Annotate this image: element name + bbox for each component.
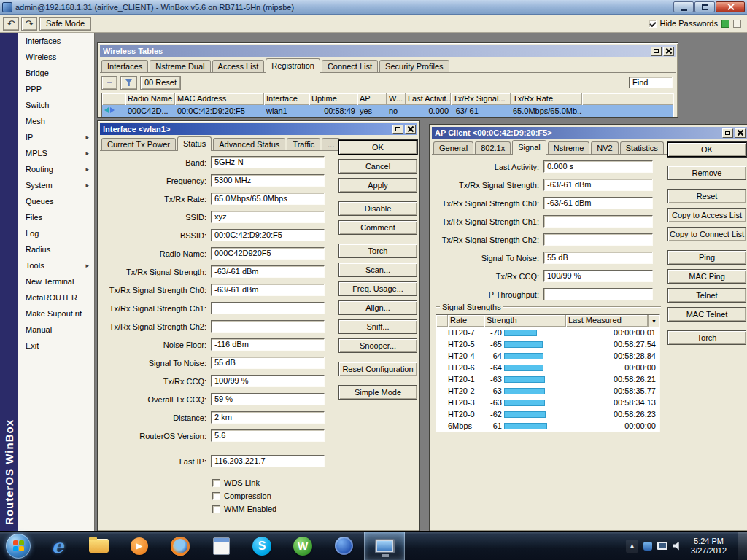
taskbar-clock[interactable]: 5:24 PM 3/27/2012 bbox=[686, 537, 731, 556]
sidebar-item-tools[interactable]: Tools▸ bbox=[18, 257, 94, 273]
close-button[interactable] bbox=[716, 1, 745, 12]
interface-value-noise-floor[interactable]: -116 dBm bbox=[211, 338, 325, 351]
sidebar-item-routing[interactable]: Routing▸ bbox=[18, 161, 94, 177]
wireless-tab-security-profiles[interactable]: Security Profiles bbox=[379, 60, 449, 72]
interface-value-distance[interactable]: 2 km bbox=[211, 411, 325, 424]
hide-passwords-checkbox[interactable] bbox=[649, 20, 657, 28]
interface-tab-traffic[interactable]: Traffic bbox=[287, 138, 320, 150]
registration-row[interactable]: 000C42D...00:0C:42:D9:20:F5wlan100:58:49… bbox=[102, 105, 673, 117]
ap-client-button-mac-telnet[interactable]: MAC Telnet bbox=[667, 307, 746, 322]
wireless-tab-connect-list[interactable]: Connect List bbox=[322, 60, 378, 72]
find-input[interactable]: Find bbox=[629, 77, 673, 88]
ap-client-tab-statistics[interactable]: Statistics bbox=[620, 141, 664, 154]
sidebar-item-switch[interactable]: Switch bbox=[18, 97, 94, 113]
ap-client-button-torch[interactable]: Torch bbox=[667, 330, 746, 345]
sidebar-item-mesh[interactable]: Mesh bbox=[18, 113, 94, 129]
checkbox-wmm-enabled[interactable]: WMM Enabled bbox=[212, 502, 336, 516]
interface-value-ssid[interactable]: xyz bbox=[211, 211, 325, 223]
sidebar-item-exit[interactable]: Exit bbox=[18, 338, 94, 354]
interface-value-band[interactable]: 5GHz-N bbox=[211, 156, 325, 168]
ap-client-button-ok[interactable]: OK bbox=[667, 142, 746, 157]
ap-client-titlebar[interactable]: AP Client <00:0C:42:D9:20:F5> bbox=[432, 127, 747, 139]
interface-button-comment[interactable]: Comment bbox=[338, 220, 417, 235]
ap-client-button-mac-ping[interactable]: MAC Ping bbox=[667, 269, 746, 284]
sidebar-item-metarouter[interactable]: MetaROUTER bbox=[18, 289, 94, 306]
ap-value-tx-rx-signal-strength-ch2[interactable] bbox=[543, 233, 653, 246]
taskbar-item-winbox[interactable] bbox=[364, 532, 405, 560]
sidebar-item-new-terminal[interactable]: New Terminal bbox=[18, 273, 94, 289]
ap-value-tx-rx-signal-strength-ch0[interactable]: -63/-61 dBm bbox=[543, 197, 653, 209]
sidebar-item-interfaces[interactable]: Interfaces bbox=[18, 33, 94, 49]
wt-maximize-button[interactable] bbox=[651, 47, 662, 56]
remove-entry-button[interactable]: − bbox=[101, 76, 117, 90]
wireless-tab-interfaces[interactable]: Interfaces bbox=[101, 60, 148, 72]
ap-value-tx-rx-signal-strength[interactable]: -63/-61 dBm bbox=[543, 179, 653, 191]
interface-value-last-ip[interactable]: 116.203.221.7 bbox=[211, 455, 325, 467]
interface-value-bssid[interactable]: 00:0C:42:D9:20:F5 bbox=[211, 229, 325, 241]
ap-client-button-copy-to-connect-list[interactable]: Copy to Connect List bbox=[667, 227, 746, 241]
interface-button-snooper[interactable]: Snooper... bbox=[338, 338, 417, 353]
signal-header-rate[interactable]: Rate bbox=[448, 315, 484, 327]
minimize-button[interactable] bbox=[673, 1, 694, 12]
interface-value-frequency[interactable]: 5300 MHz bbox=[211, 174, 325, 187]
wt-header-icon-column[interactable] bbox=[102, 93, 125, 105]
signal-row-6mbps[interactable]: 6Mbps-6100:00:00 bbox=[436, 420, 659, 432]
taskbar-item-skype[interactable]: S bbox=[241, 532, 282, 560]
interface-button-scan[interactable]: Scan... bbox=[338, 262, 417, 277]
taskbar-item-ie[interactable]: e bbox=[37, 532, 78, 560]
interface-button-freq-usage[interactable]: Freq. Usage... bbox=[338, 281, 417, 296]
sidebar-item-manual[interactable]: Manual bbox=[18, 322, 94, 338]
taskbar-item-blue-app[interactable] bbox=[323, 532, 364, 560]
taskbar-item-explorer[interactable] bbox=[78, 532, 119, 560]
ap-client-tab-802-1x[interactable]: 802.1x bbox=[475, 141, 511, 154]
ap-value-signal-to-noise[interactable]: 55 dB bbox=[543, 252, 653, 264]
sidebar-item-files[interactable]: Files bbox=[18, 209, 94, 225]
ap-client-close-button[interactable] bbox=[735, 128, 746, 138]
sidebar-item-make-supout-rif[interactable]: Make Supout.rif bbox=[18, 306, 94, 322]
sidebar-item-bridge[interactable]: Bridge bbox=[18, 65, 94, 81]
wt-header-w[interactable]: W... bbox=[387, 93, 406, 105]
ap-client-button-copy-to-access-list[interactable]: Copy to Access List bbox=[667, 208, 746, 222]
ap-client-tab-general[interactable]: General bbox=[433, 141, 473, 154]
interface-tab-advanced-status[interactable]: Advanced Status bbox=[213, 138, 285, 150]
signal-row-ht20-7[interactable]: HT20-7-7000:00:00.01 bbox=[436, 327, 659, 338]
interface-value-overall-tx-ccq[interactable]: 59 % bbox=[211, 393, 325, 405]
interface-button-apply[interactable]: Apply bbox=[338, 178, 417, 192]
interface-value-signal-to-noise[interactable]: 55 dB bbox=[211, 357, 325, 369]
sidebar-item-ppp[interactable]: PPP bbox=[18, 81, 94, 97]
wt-close-button[interactable] bbox=[663, 47, 674, 56]
sidebar-item-queues[interactable]: Queues bbox=[18, 193, 94, 209]
wt-header-tx-rx-rate[interactable]: Tx/Rx Rate bbox=[511, 93, 582, 105]
volume-icon[interactable] bbox=[673, 542, 681, 551]
undo-button[interactable]: ↶ bbox=[3, 17, 19, 31]
interface-dialog-titlebar[interactable]: Interface <wlan1> bbox=[100, 123, 417, 135]
sidebar-item-system[interactable]: System▸ bbox=[18, 177, 94, 193]
interface-button-simple-mode[interactable]: Simple Mode bbox=[338, 385, 417, 400]
sidebar-item-ip[interactable]: IP▸ bbox=[18, 129, 94, 145]
interface-value-tx-rx-ccq[interactable]: 100/99 % bbox=[211, 375, 325, 387]
sidebar-item-log[interactable]: Log bbox=[18, 225, 94, 241]
ap-value-p-throughput[interactable] bbox=[543, 288, 653, 300]
wt-header-uptime[interactable]: Uptime bbox=[309, 93, 357, 105]
ap-client-button-telnet[interactable]: Telnet bbox=[667, 288, 746, 303]
column-select-button[interactable]: ▼ bbox=[648, 315, 659, 327]
checkbox-compression[interactable]: Compression bbox=[212, 489, 336, 502]
wt-header-interface[interactable]: Interface bbox=[264, 93, 309, 105]
taskbar-item-media-player[interactable]: ▶ bbox=[119, 532, 160, 560]
interface-button-torch[interactable]: Torch bbox=[338, 244, 417, 258]
filter-button[interactable] bbox=[120, 76, 137, 90]
interface-value-tx-rx-rate[interactable]: 65.0Mbps/65.0Mbps bbox=[211, 192, 325, 205]
tray-app-icon[interactable] bbox=[643, 542, 652, 551]
wt-header-mac-address[interactable]: MAC Address bbox=[175, 93, 264, 105]
ap-client-button-ping[interactable]: Ping bbox=[667, 250, 746, 265]
wt-header-ap[interactable]: AP bbox=[357, 93, 387, 105]
interface-value-routeros-version[interactable]: 5.6 bbox=[211, 429, 325, 442]
signal-header-last-measured[interactable]: Last Measured bbox=[566, 315, 648, 327]
signal-row-ht20-5[interactable]: HT20-5-6500:58:27.54 bbox=[436, 338, 659, 350]
main-titlebar[interactable]: admin@192.168.1.31 (airlive_CLIENT) - Wi… bbox=[0, 0, 747, 15]
taskbar-item-app-window[interactable] bbox=[201, 532, 241, 560]
sidebar-item-wireless[interactable]: Wireless bbox=[18, 49, 94, 65]
signal-row-ht20-1[interactable]: HT20-1-6300:58:26.21 bbox=[436, 373, 659, 385]
sidebar-item-mpls[interactable]: MPLS▸ bbox=[18, 145, 94, 161]
interface-value-tx-rx-signal-strength[interactable]: -63/-61 dBm bbox=[211, 265, 325, 278]
